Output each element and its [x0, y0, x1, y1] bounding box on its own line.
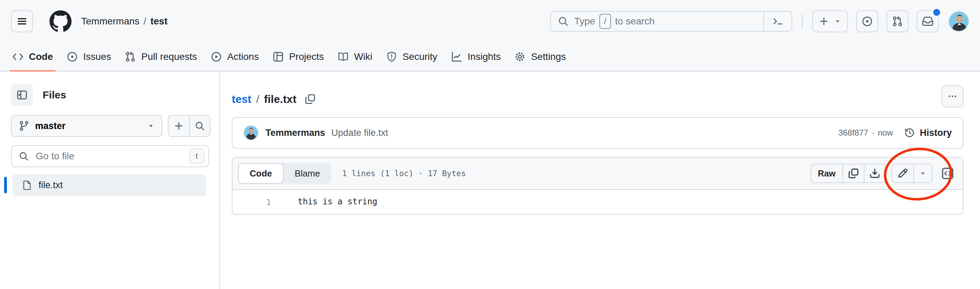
tab-settings[interactable]: Settings: [508, 43, 573, 71]
gear-icon: [514, 51, 525, 62]
breadcrumb-repo[interactable]: test: [150, 16, 167, 27]
issue-opened-icon: [67, 51, 78, 62]
copy-path-button[interactable]: [305, 94, 316, 105]
table-icon: [273, 51, 284, 62]
line-number[interactable]: 1: [232, 195, 271, 209]
tree-item-file-txt[interactable]: file.txt: [13, 174, 206, 196]
symbols-panel-button[interactable]: [938, 164, 957, 183]
breadcrumb-separator: /: [144, 16, 146, 27]
commit-author-avatar[interactable]: [243, 125, 259, 141]
latest-commit-bar: Temmermans Update file.txt 368f877 · now…: [232, 117, 964, 148]
code-blame-segmented-control: Code Blame: [238, 163, 331, 184]
breadcrumb-repo-link[interactable]: test: [232, 93, 251, 105]
branch-selector[interactable]: master: [11, 115, 162, 137]
header-divider: [802, 14, 803, 29]
download-icon: [869, 168, 880, 179]
play-circle-icon: [211, 51, 222, 62]
blame-view-tab[interactable]: Blame: [284, 163, 331, 184]
search-tree-button[interactable]: [189, 116, 210, 136]
commit-time: now: [878, 128, 893, 137]
create-new-button[interactable]: [812, 10, 848, 32]
edit-dropdown-button[interactable]: [913, 164, 932, 182]
file-content-box: Code Blame 1 lines (1 loc) · 17 Bytes Ra…: [232, 157, 964, 215]
tab-wiki[interactable]: Wiki: [331, 43, 379, 71]
file-tree: file.txt: [0, 174, 220, 196]
code-icon: [13, 51, 23, 62]
copy-file-button[interactable]: [842, 164, 864, 182]
issues-dashboard-button[interactable]: [856, 10, 878, 32]
download-button[interactable]: [864, 164, 885, 182]
command-palette-button[interactable]: [764, 12, 792, 31]
search-icon: [195, 121, 205, 131]
code-view-tab[interactable]: Code: [238, 163, 284, 184]
line-content: this is a string: [298, 195, 377, 209]
history-button[interactable]: History: [904, 127, 952, 138]
breadcrumb-owner[interactable]: Temmermans: [81, 16, 140, 27]
shield-icon: [386, 51, 397, 62]
copy-icon: [848, 168, 859, 179]
commit-author-name[interactable]: Temmermans: [266, 128, 325, 138]
history-label: History: [920, 128, 952, 138]
tab-projects[interactable]: Projects: [266, 43, 331, 71]
file-icon: [22, 180, 32, 190]
search-icon: [558, 16, 569, 27]
issue-opened-icon: [862, 16, 873, 27]
github-logo[interactable]: [49, 10, 72, 32]
edit-file-button[interactable]: [892, 164, 913, 182]
add-file-button[interactable]: [169, 116, 189, 136]
avatar-image: [244, 126, 258, 140]
tab-pull-requests[interactable]: Pull requests: [118, 43, 204, 71]
raw-button[interactable]: Raw: [811, 164, 842, 182]
tab-insights[interactable]: Insights: [444, 43, 508, 71]
github-file-page: Temmermans / test Type / to search: [0, 0, 980, 289]
git-branch-icon: [19, 120, 30, 131]
kebab-icon: [947, 91, 958, 102]
tab-issues[interactable]: Issues: [60, 43, 118, 71]
caret-down-icon: [147, 122, 155, 130]
breadcrumb-file-name: file.txt: [264, 93, 296, 105]
unread-notification-dot: [932, 8, 942, 17]
book-icon: [338, 51, 349, 62]
global-search-input[interactable]: Type / to search: [550, 11, 792, 32]
file-meta-info: 1 lines (1 loc) · 17 Bytes: [342, 169, 466, 178]
commit-sha-time: 368f877 · now: [838, 128, 893, 137]
pull-request-icon: [892, 16, 903, 27]
terminal-icon: [772, 16, 783, 27]
files-header-row: Files: [11, 84, 66, 106]
selected-file-indicator: [4, 177, 7, 193]
code-content: 1 this is a string: [232, 190, 963, 214]
tab-label: Actions: [227, 51, 259, 62]
blob-toolbar: Raw: [810, 164, 957, 183]
commit-dot-separator: ·: [872, 128, 875, 137]
tree-actions-group: [168, 115, 210, 137]
go-to-file-input[interactable]: [34, 150, 189, 162]
tab-label: Issues: [83, 51, 111, 62]
avatar-image: [949, 12, 969, 32]
more-options-button[interactable]: [942, 85, 964, 107]
tab-label: Code: [29, 51, 53, 62]
search-icon: [19, 151, 29, 161]
pull-requests-dashboard-button[interactable]: [886, 10, 908, 32]
tab-security[interactable]: Security: [379, 43, 444, 71]
commit-meta: 368f877 · now History: [838, 127, 952, 138]
current-branch-name: master: [35, 121, 66, 131]
pull-request-icon: [125, 51, 136, 62]
caret-down-icon: [834, 18, 842, 25]
tab-code[interactable]: Code: [5, 43, 60, 71]
symbols-panel-icon: [941, 167, 954, 180]
hamburger-menu-button[interactable]: [11, 10, 33, 32]
collapse-sidebar-button[interactable]: [11, 84, 33, 106]
github-logo-icon: [49, 10, 72, 32]
copy-icon: [305, 94, 316, 105]
hamburger-icon: [16, 16, 27, 27]
user-avatar[interactable]: [948, 11, 969, 32]
caret-down-icon: [919, 169, 927, 177]
commit-sha[interactable]: 368f877: [838, 128, 868, 137]
go-to-file-box: t: [11, 145, 209, 167]
header-breadcrumb: Temmermans / test: [81, 16, 167, 27]
commit-message[interactable]: Update file.txt: [331, 128, 388, 138]
pencil-icon: [897, 168, 908, 179]
raw-copy-download-group: Raw: [810, 164, 886, 183]
tab-actions[interactable]: Actions: [204, 43, 266, 71]
tree-item-label: file.txt: [38, 180, 63, 191]
